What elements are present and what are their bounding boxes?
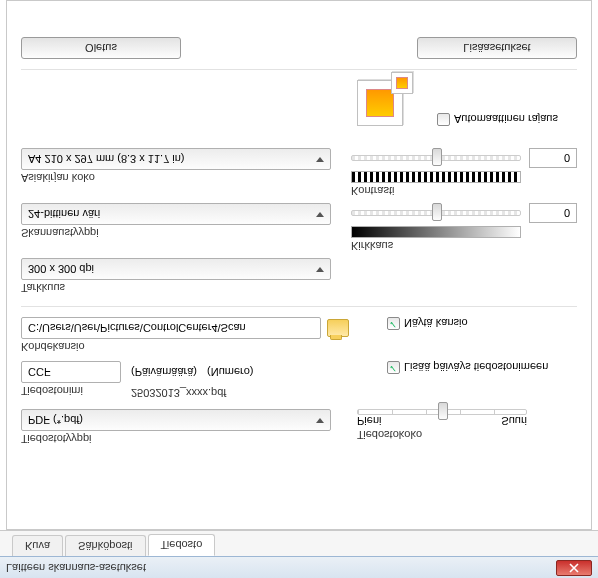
brightness-slider[interactable] <box>351 210 521 216</box>
docsize-label: Asiakirjan koko <box>21 172 335 184</box>
tab-sahkoposti[interactable]: Sähköposti <box>65 535 145 556</box>
filename-date-header: (Päivämäärä) <box>131 366 197 378</box>
contrast-gradient-icon <box>351 171 521 183</box>
filename-label: Tiedostonimi <box>21 385 121 397</box>
resolution-label: Tarkkuus <box>21 282 341 294</box>
close-button[interactable] <box>556 560 592 576</box>
resolution-select[interactable]: 300 x 300 dpi <box>21 258 331 280</box>
contrast-value[interactable]: 0 <box>529 148 577 168</box>
tab-tiedosto[interactable]: Tiedosto <box>148 534 216 556</box>
brightness-label: Kirkkaus <box>351 240 577 252</box>
contrast-label: Kontrasti <box>351 185 577 197</box>
scantype-select[interactable]: 24-bittinen väri <box>21 203 331 225</box>
filename-num-header: (Numero) <box>207 366 253 378</box>
date-in-name-checkbox[interactable] <box>387 361 400 374</box>
defaults-button[interactable]: Oletus <box>21 37 181 59</box>
scantype-label: Skannaustyyppi <box>21 227 335 239</box>
preview-thumbnail-small-icon <box>391 72 413 94</box>
date-in-name-label: Lisää päiväys tiedostonimeen <box>404 362 548 374</box>
tab-kuva[interactable]: Kuva <box>12 535 63 556</box>
window-title: Laitteen skannaus-asetukset <box>6 562 146 574</box>
filename-sample: 25032013_xxxx.pdf <box>131 383 226 399</box>
destfolder-field[interactable]: C:\Users\User\Pictures\ControlCenter4\Sc… <box>21 317 321 339</box>
advanced-button[interactable]: Lisäasetukset <box>417 37 577 59</box>
filesize-small-label: Pieni <box>357 415 381 427</box>
filesize-large-label: Suuri <box>501 415 527 427</box>
contrast-slider[interactable] <box>351 155 521 161</box>
filename-field[interactable]: CCF <box>21 361 121 383</box>
title-bar: Laitteen skannaus-asetukset <box>0 556 598 578</box>
browse-folder-button[interactable] <box>327 319 349 337</box>
brightness-value[interactable]: 0 <box>529 203 577 223</box>
autocrop-checkbox[interactable] <box>437 113 450 126</box>
brightness-gradient-icon <box>351 226 521 238</box>
close-icon <box>569 563 579 573</box>
docsize-select[interactable]: A4 210 x 297 mm (8.3 x 11.7 in) <box>21 148 331 170</box>
tab-bar: Kuva Sähköposti Tiedosto <box>0 530 598 556</box>
filetype-select[interactable]: PDF (*.pdf) <box>21 409 331 431</box>
showfolder-checkbox[interactable] <box>387 317 400 330</box>
destfolder-label: Kohdekansio <box>21 341 381 353</box>
settings-panel: Oletus Lisäasetukset Automaattinen rajau… <box>6 0 592 530</box>
filesize-label: Tiedostokoko <box>357 429 577 441</box>
showfolder-label: Näytä kansio <box>404 318 468 330</box>
filesize-slider[interactable] <box>357 409 527 415</box>
filetype-label: Tiedostotyyppi <box>21 433 341 445</box>
autocrop-label: Automaattinen rajaus <box>454 114 558 126</box>
